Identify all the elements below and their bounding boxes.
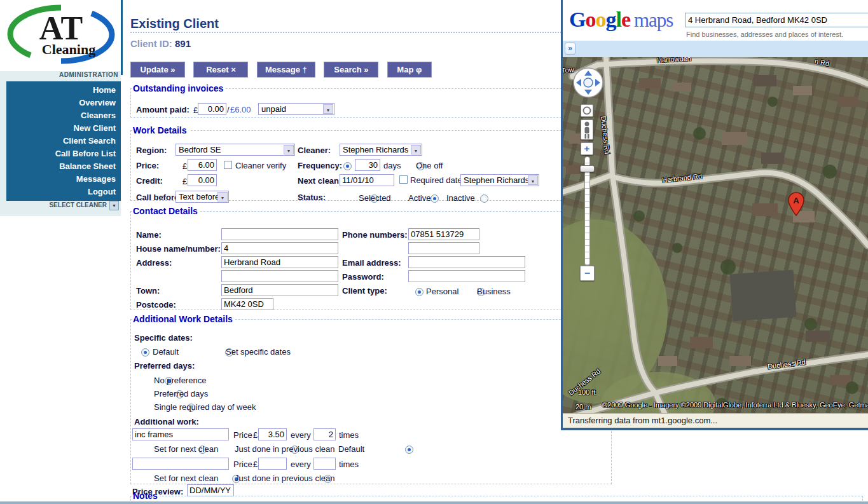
map-button[interactable]: Map φ — [387, 62, 432, 78]
select-cleaner-row: SELECT CLEANER▼ — [0, 201, 121, 210]
region-select[interactable]: Bedford SE — [176, 144, 295, 156]
pan-control[interactable] — [572, 66, 605, 99]
currency-symbol: £ — [183, 177, 187, 186]
section-title: Notes — [132, 491, 160, 501]
work1-default-radio[interactable] — [405, 446, 413, 454]
frequency-days-radio[interactable] — [343, 162, 352, 170]
work2-every-input[interactable] — [313, 458, 336, 470]
status-inactive-radio[interactable] — [480, 194, 488, 203]
next-clean-input[interactable] — [340, 174, 394, 186]
logo-letter: l — [616, 8, 621, 31]
work1-desc-input[interactable] — [132, 428, 229, 440]
circle-icon — [581, 105, 593, 116]
work1-price-input[interactable] — [258, 428, 287, 440]
zoom-in-button[interactable]: + — [581, 142, 593, 155]
call-before-select[interactable]: Text before — [176, 191, 229, 203]
client-type-personal-label: Personal — [426, 287, 458, 296]
update-button[interactable]: Update » — [130, 62, 185, 78]
name-input[interactable] — [221, 228, 338, 240]
street-view-pegman-button[interactable] — [581, 119, 593, 140]
invoice-status-select[interactable]: unpaid — [258, 103, 334, 115]
status-active-radio[interactable] — [431, 194, 439, 203]
google-maps-logo: Googlemaps — [569, 8, 673, 32]
sidebar-item-logout[interactable]: Logout — [6, 186, 121, 198]
select-cleaner-label: SELECT CLEANER — [49, 201, 107, 208]
dropdown-arrow-icon[interactable] — [411, 145, 421, 154]
required-cleaner-select[interactable]: Stephen Richards — [460, 174, 539, 186]
address1-input[interactable] — [221, 256, 338, 268]
no-preference-label: No preference — [154, 376, 206, 385]
invoice-total: £6.00 — [230, 105, 251, 114]
town-label: Town: — [136, 286, 160, 296]
pan-hand-icon[interactable] — [584, 78, 593, 87]
work2-price-input[interactable] — [258, 458, 287, 470]
sidebar-item-call-before-list[interactable]: Call Before List — [6, 147, 121, 160]
dropdown-arrow-icon[interactable] — [323, 104, 333, 114]
message-button[interactable]: Message † — [257, 62, 315, 78]
required-date-label: Required date — [410, 175, 462, 185]
phone1-input[interactable] — [408, 228, 479, 240]
password-label: Password: — [342, 272, 384, 282]
sidebar-item-new-client[interactable]: New Client — [6, 122, 121, 135]
sidebar-item-overview[interactable]: Overview — [6, 97, 121, 109]
zoom-out-button[interactable]: − — [580, 266, 595, 281]
price-word: Price — [233, 460, 252, 469]
reset-view-button[interactable] — [581, 104, 593, 117]
sidebar-item-client-search[interactable]: Client Search — [6, 135, 121, 147]
select-cleaner-dropdown-button[interactable]: ▼ — [109, 201, 119, 210]
sidebar-item-balance-sheet[interactable]: Balance Sheet — [6, 160, 121, 173]
password-input[interactable] — [408, 270, 525, 282]
logo-letter: o — [595, 8, 605, 31]
postcode-input[interactable] — [221, 298, 273, 310]
work2-previous-clean-label: Just done in previous clean — [235, 473, 335, 483]
sidebar-item-home[interactable]: Home — [6, 84, 121, 97]
google-maps-window: Googlemaps Find businesses, addresses an… — [561, 0, 868, 430]
zoom-slider-track[interactable] — [584, 156, 590, 266]
cleaner-verify-checkbox[interactable] — [224, 161, 232, 169]
dropdown-arrow-icon[interactable] — [528, 175, 538, 185]
amount-paid-input[interactable] — [198, 103, 226, 115]
zoom-slider-knob[interactable] — [580, 165, 595, 172]
logo-word-maps: maps — [634, 9, 673, 31]
sidebar-section-label: ADMINISTRATION — [0, 71, 118, 78]
sidebar-item-cleaners[interactable]: Cleaners — [6, 109, 121, 122]
logo-letter: g — [605, 8, 616, 31]
email-input[interactable] — [408, 256, 525, 268]
dropdown-arrow-icon[interactable] — [284, 145, 294, 154]
preferred-days-option-label: Preferred days — [154, 389, 208, 398]
client-type-personal-radio[interactable] — [415, 288, 424, 296]
email-label: Email address: — [342, 258, 401, 268]
logo-letter: e — [621, 8, 630, 31]
search-button[interactable]: Search » — [324, 62, 378, 78]
work1-every-input[interactable] — [313, 428, 336, 440]
name-label: Name: — [136, 230, 162, 240]
cleaner-select[interactable]: Stephen Richards — [340, 144, 422, 156]
collapse-panel-button[interactable]: » — [565, 43, 575, 55]
section-title: Outstanding invoices — [132, 83, 226, 93]
town-input[interactable] — [221, 284, 338, 296]
frequency-input[interactable] — [355, 159, 380, 171]
specific-default-radio[interactable] — [141, 348, 149, 357]
client-type-business-label: Business — [477, 287, 511, 296]
map-canvas[interactable]: Harrowden n Rd Duchess Rd Herbrand Rd Du… — [563, 57, 868, 413]
dropdown-arrow-icon[interactable] — [217, 192, 228, 201]
sidebar-item-messages[interactable]: Messages — [6, 173, 121, 186]
amount-paid-label: Amount paid: — [136, 105, 189, 114]
credit-input[interactable] — [188, 174, 217, 186]
maps-search-input[interactable] — [685, 13, 868, 27]
scale-metric-label: 20 m — [575, 403, 591, 411]
required-cleaner-value: Stephen Richards — [461, 175, 528, 185]
map-marker-a[interactable]: A — [788, 192, 804, 216]
work1-previous-clean-label: Just done in previous clean — [235, 444, 335, 454]
work2-desc-input[interactable] — [132, 458, 229, 470]
region-label: Region: — [136, 146, 167, 155]
bottom-scrollbar[interactable] — [0, 501, 868, 504]
price-input[interactable] — [188, 159, 217, 171]
phone2-input[interactable] — [408, 242, 479, 254]
currency-symbol: £ — [183, 161, 187, 171]
address2-input[interactable] — [221, 270, 338, 282]
section-title: Additional Work Details — [132, 314, 235, 324]
house-input[interactable] — [221, 242, 338, 254]
required-date-checkbox[interactable] — [399, 175, 408, 184]
reset-button[interactable]: Reset × — [193, 62, 248, 78]
